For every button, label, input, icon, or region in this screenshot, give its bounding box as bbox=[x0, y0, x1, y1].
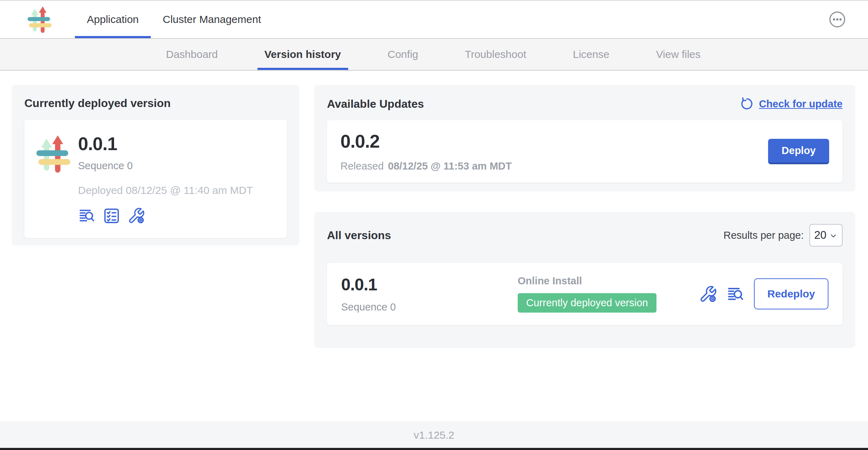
config-icon[interactable] bbox=[127, 207, 145, 225]
bottom-edge-strip bbox=[0, 448, 868, 450]
currently-deployed-panel: Currently deployed version 0.0.1 Sequenc… bbox=[12, 85, 299, 245]
tab-version-history-label: Version history bbox=[264, 48, 341, 60]
row-sequence: Sequence 0 bbox=[341, 301, 518, 313]
redeploy-button[interactable]: Redeploy bbox=[754, 278, 828, 309]
release-notes-icon[interactable] bbox=[78, 207, 96, 225]
version-row: 0.0.1 Sequence 0 Online Install Currentl… bbox=[327, 263, 843, 325]
tab-application[interactable]: Application bbox=[75, 1, 151, 38]
available-updates-title: Available Updates bbox=[327, 97, 424, 111]
config-icon[interactable] bbox=[699, 285, 717, 303]
results-per-page-value: 20 bbox=[814, 229, 826, 242]
tab-cluster-management[interactable]: Cluster Management bbox=[151, 1, 273, 38]
all-versions-title: All versions bbox=[327, 229, 391, 242]
tab-dashboard[interactable]: Dashboard bbox=[159, 39, 225, 70]
chevron-down-icon bbox=[829, 232, 838, 240]
main-content: Currently deployed version 0.0.1 Sequenc… bbox=[0, 71, 868, 421]
results-per-page-select[interactable]: 20 bbox=[809, 224, 843, 247]
console-footer: v1.125.2 bbox=[0, 421, 868, 449]
deployed-version-number: 0.0.1 bbox=[78, 133, 253, 154]
console-version: v1.125.2 bbox=[414, 429, 454, 441]
tab-version-history[interactable]: Version history bbox=[257, 39, 348, 70]
row-version-number: 0.0.1 bbox=[341, 275, 518, 294]
tab-view-files[interactable]: View files bbox=[649, 39, 708, 70]
preflight-checks-icon[interactable] bbox=[103, 207, 120, 225]
row-install-type: Online Install bbox=[518, 275, 699, 287]
tab-cluster-management-label: Cluster Management bbox=[163, 13, 261, 25]
results-per-page-label: Results per page: bbox=[724, 230, 804, 241]
tab-troubleshoot[interactable]: Troubleshoot bbox=[458, 39, 533, 70]
all-versions-panel: All versions Results per page: 20 bbox=[314, 212, 855, 348]
deploy-button[interactable]: Deploy bbox=[768, 139, 829, 164]
deployed-timestamp: Deployed 08/12/25 @ 11:40 am MDT bbox=[78, 184, 253, 196]
row-actions: Redeploy bbox=[699, 278, 828, 309]
deployed-sequence: Sequence 0 bbox=[78, 160, 253, 172]
app-logo-icon bbox=[36, 135, 70, 173]
tab-config-label: Config bbox=[388, 48, 418, 60]
release-notes-icon[interactable] bbox=[726, 285, 744, 303]
tab-license-label: License bbox=[573, 48, 609, 60]
currently-deployed-badge: Currently deployed version bbox=[518, 293, 656, 313]
topnav-spacer bbox=[273, 1, 828, 38]
version-history-page: Application Cluster Management Dashboard… bbox=[0, 0, 868, 450]
update-released-line: Released 08/12/25 @ 11:53 am MDT bbox=[340, 160, 512, 172]
available-updates-panel: Available Updates Check for update 0.0.2 bbox=[314, 85, 855, 191]
check-for-update-label: Check for update bbox=[759, 98, 843, 110]
update-version-number: 0.0.2 bbox=[340, 131, 512, 152]
tab-view-files-label: View files bbox=[656, 48, 701, 60]
check-for-update-link[interactable]: Check for update bbox=[740, 97, 843, 111]
top-nav: Application Cluster Management bbox=[0, 1, 868, 39]
currently-deployed-title: Currently deployed version bbox=[24, 97, 287, 110]
ellipsis-menu-icon[interactable] bbox=[828, 11, 846, 28]
tab-application-label: Application bbox=[87, 13, 139, 25]
refresh-icon bbox=[740, 97, 754, 111]
tab-license[interactable]: License bbox=[566, 39, 616, 70]
app-logo-icon bbox=[25, 6, 54, 33]
tab-troubleshoot-label: Troubleshoot bbox=[465, 48, 526, 60]
currently-deployed-card: 0.0.1 Sequence 0 Deployed 08/12/25 @ 11:… bbox=[24, 120, 287, 238]
results-per-page: Results per page: 20 bbox=[724, 224, 843, 247]
released-date: 08/12/25 @ 11:53 am MDT bbox=[388, 160, 512, 172]
tab-dashboard-label: Dashboard bbox=[166, 48, 218, 60]
tab-config[interactable]: Config bbox=[381, 39, 426, 70]
update-row: 0.0.2 Released 08/12/25 @ 11:53 am MDT D… bbox=[327, 120, 843, 183]
deployed-version-actions bbox=[78, 207, 253, 225]
released-prefix: Released bbox=[340, 160, 384, 172]
app-sub-nav: Dashboard Version history Config Trouble… bbox=[0, 39, 868, 71]
